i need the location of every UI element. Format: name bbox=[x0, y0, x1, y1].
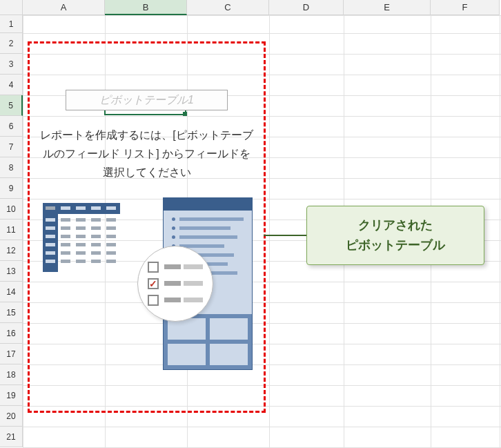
svg-rect-25 bbox=[61, 243, 70, 246]
svg-rect-34 bbox=[76, 260, 86, 263]
svg-rect-8 bbox=[46, 226, 55, 230]
svg-rect-10 bbox=[46, 243, 55, 246]
svg-rect-18 bbox=[76, 226, 86, 230]
svg-rect-36 bbox=[106, 260, 116, 263]
svg-rect-7 bbox=[46, 218, 55, 222]
column-header[interactable]: E bbox=[344, 0, 431, 15]
row-header[interactable]: 6 bbox=[0, 116, 23, 137]
row-header[interactable]: 9 bbox=[0, 178, 23, 199]
column-header[interactable]: B bbox=[105, 0, 187, 15]
svg-rect-2 bbox=[46, 206, 55, 210]
pivot-title: ピボットテーブル1 bbox=[66, 90, 228, 110]
svg-rect-13 bbox=[61, 218, 70, 222]
row-header[interactable]: 14 bbox=[0, 282, 23, 302]
svg-rect-35 bbox=[91, 260, 101, 263]
pivot-illustration: ✓ bbox=[35, 191, 259, 363]
row-header[interactable]: 21 bbox=[0, 427, 23, 447]
spreadsheet: ABCDEF 123456789101112131415161718192021… bbox=[0, 0, 501, 448]
svg-rect-15 bbox=[91, 218, 101, 222]
row-headers: 123456789101112131415161718192021 bbox=[0, 15, 23, 447]
svg-rect-5 bbox=[91, 206, 101, 210]
svg-rect-3 bbox=[61, 206, 70, 210]
svg-rect-6 bbox=[106, 206, 116, 210]
column-headers: ABCDEF bbox=[23, 0, 500, 15]
row-header[interactable]: 7 bbox=[0, 137, 23, 157]
row-header[interactable]: 18 bbox=[0, 364, 23, 385]
svg-rect-31 bbox=[91, 251, 101, 255]
row-header[interactable]: 19 bbox=[0, 385, 23, 406]
svg-rect-32 bbox=[106, 251, 116, 255]
row-header[interactable]: 1 bbox=[0, 15, 23, 33]
svg-rect-9 bbox=[46, 235, 55, 238]
svg-rect-30 bbox=[76, 251, 86, 255]
row-header[interactable]: 8 bbox=[0, 157, 23, 178]
svg-rect-20 bbox=[106, 226, 116, 230]
row-header[interactable]: 17 bbox=[0, 344, 23, 364]
row-header[interactable]: 13 bbox=[0, 261, 23, 282]
select-all-corner[interactable] bbox=[0, 0, 23, 15]
svg-rect-17 bbox=[61, 226, 70, 230]
column-header[interactable]: C bbox=[187, 0, 269, 15]
column-header[interactable]: F bbox=[431, 0, 500, 15]
svg-rect-26 bbox=[76, 243, 86, 246]
callout-label: クリアされた ピボットテーブル bbox=[306, 206, 484, 265]
row-header[interactable]: 11 bbox=[0, 220, 23, 240]
svg-rect-12 bbox=[46, 260, 55, 263]
pivot-placeholder: ピボットテーブル1 レポートを作成するには、[ピボットテーブルのフィールド リス… bbox=[35, 48, 259, 363]
row-header[interactable]: 2 bbox=[0, 33, 23, 54]
row-header[interactable]: 16 bbox=[0, 323, 23, 344]
svg-rect-28 bbox=[106, 243, 116, 246]
row-header[interactable]: 10 bbox=[0, 199, 23, 220]
column-header[interactable]: D bbox=[269, 0, 344, 15]
pivot-hint-text: レポートを作成するには、[ピボットテーブルのフィールド リスト] からフィールド… bbox=[35, 119, 259, 191]
svg-rect-19 bbox=[91, 226, 101, 230]
svg-rect-14 bbox=[76, 218, 86, 222]
callout-line2: ピボットテーブル bbox=[346, 235, 445, 255]
row-header[interactable]: 5 bbox=[0, 95, 23, 116]
svg-rect-16 bbox=[106, 218, 116, 222]
row-header[interactable]: 20 bbox=[0, 406, 23, 427]
svg-rect-22 bbox=[76, 235, 86, 238]
row-header[interactable]: 15 bbox=[0, 302, 23, 323]
magnifier-graphic-icon: ✓ bbox=[137, 246, 213, 322]
callout-line1: クリアされた bbox=[358, 215, 433, 235]
row-header[interactable]: 12 bbox=[0, 240, 23, 261]
svg-rect-11 bbox=[46, 251, 55, 255]
svg-rect-24 bbox=[106, 235, 116, 238]
svg-rect-33 bbox=[61, 260, 70, 263]
svg-rect-29 bbox=[61, 251, 70, 255]
svg-rect-27 bbox=[91, 243, 101, 246]
row-header[interactable]: 3 bbox=[0, 54, 23, 75]
table-graphic-icon bbox=[43, 203, 120, 272]
row-header[interactable]: 4 bbox=[0, 75, 23, 95]
svg-rect-23 bbox=[91, 235, 101, 238]
callout-connector-line bbox=[264, 235, 308, 236]
column-header[interactable]: A bbox=[23, 0, 105, 15]
svg-rect-4 bbox=[76, 206, 86, 210]
checkmark-icon: ✓ bbox=[148, 278, 159, 289]
svg-rect-21 bbox=[61, 235, 70, 238]
